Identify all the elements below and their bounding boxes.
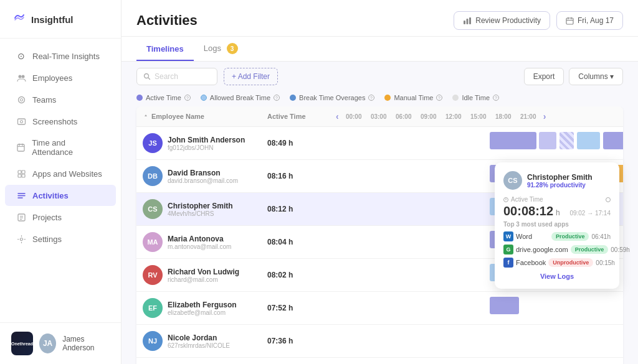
popup-time-range: 09:02 → 17:14 [569,210,611,217]
svg-text:?: ? [186,96,189,100]
active-time-rj: 07:09 h [261,358,327,365]
app-time-0: 06:41h [591,233,611,240]
facebook-app-icon: f [503,258,513,268]
review-productivity-button[interactable]: Review Productivity [454,11,550,30]
legend-dot-manual [384,95,391,101]
toolbar-left: Search + Add Filter [136,68,278,85]
app-name-2: Facebook [516,259,546,266]
legend-dot-active [136,95,143,101]
svg-point-3 [20,98,22,101]
sidebar-item-realtime[interactable]: ⊙ Real-Time Insights [5,45,116,67]
active-time-nj: 07:36 h [261,325,327,358]
sidebar-item-teams-label: Teams [32,95,56,105]
employee-info-cs: Christopher Smith 4Mevh/hs/CHRS [168,202,233,217]
svg-rect-6 [17,144,24,151]
sidebar-item-activities[interactable]: Activities [5,185,116,206]
sidebar-item-apps-label: Apps and Websites [32,169,102,179]
onethread-logo: Onethread [11,332,33,355]
th-employee: Employee Name [136,106,261,127]
timeline-wrapper-nj [330,330,621,347]
sidebar-item-settings-label: Settings [32,235,62,244]
sort-icon [143,113,149,119]
svg-rect-10 [18,170,21,174]
sidebar-item-projects-label: Projects [32,213,62,222]
timeline-wrapper-ef [330,297,621,314]
export-button[interactable]: Export [524,68,564,85]
sidebar-item-activities-label: Activities [32,191,69,200]
add-filter-button[interactable]: + Add Filter [224,68,278,85]
sidebar: Insightful ⊙ Real-Time Insights Employee… [0,0,121,364]
employee-info-ma: Maria Antonova m.antonova@mail.com [168,235,231,250]
projects-icon [16,212,26,222]
columns-button[interactable]: Columns ▾ [569,68,623,85]
sidebar-item-employees[interactable]: Employees [5,67,116,88]
clock-icon [503,197,508,202]
svg-text:?: ? [371,96,373,100]
logo-text: Insightful [31,14,74,25]
svg-text:?: ? [495,96,497,100]
timeline-rj [327,358,623,364]
popup-active-label: Active Time [503,196,611,203]
sidebar-item-screenshots[interactable]: Screenshots [5,111,116,132]
header-actions: Review Productivity Fri, Aug 17 [454,11,623,30]
legend-break: Break Time Overages ? [290,94,374,101]
employee-popup-card: CS Christopher Smith 91.28% productivity… [495,162,619,289]
main-header: Activities Review Productivity Fri, Aug … [121,0,638,37]
settings-icon [16,234,26,244]
sidebar-item-teams[interactable]: Teams [5,89,116,110]
realtime-icon: ⊙ [16,51,26,61]
employees-icon [16,73,26,83]
toolbar: Search + Add Filter Export Columns ▾ [121,62,638,91]
tab-logs[interactable]: Logs 3 [194,37,248,62]
svg-rect-23 [467,19,469,24]
info-icon5: ? [493,95,499,101]
date-button[interactable]: Fri, Aug 17 [556,11,623,30]
employee-cell-ma: MA Maria Antonova m.antonova@mail.com [136,226,261,259]
svg-point-2 [18,96,24,103]
tab-timelines[interactable]: Timelines [136,38,194,61]
bar-js-0 [490,132,536,149]
table-row: EF Elizabeth Ferguson elizabetfe@mail.co… [136,292,623,325]
time-icon [16,142,26,152]
page-title: Activities [136,12,198,29]
screenshots-icon [16,116,26,126]
popup-avatar: CS [503,171,522,190]
teams-icon [16,95,26,105]
time-label-6: 18:00 [491,113,516,120]
timeline-ef [327,292,623,319]
bar-js-2 [559,132,574,149]
th-timeline: ‹ 00:00 03:00 06:00 09:00 12:00 15:00 18… [327,106,623,127]
popup-employee-name: Christopher Smith [527,173,593,182]
sidebar-item-apps[interactable]: Apps and Websites [5,163,116,184]
prev-time-button[interactable]: ‹ [333,111,341,121]
view-logs-button[interactable]: View Logs [503,273,611,280]
next-time-button[interactable]: › [541,111,549,121]
time-label-1: 03:00 [366,113,391,120]
table-row: RJ Robert Johnson jshn02/ROBERT 07:09 h [136,358,623,365]
search-box[interactable]: Search [136,68,217,85]
employee-info-nj: Nicole Jordan 627rsklmrdas/NICOLE [168,334,230,349]
popup-header: CS Christopher Smith 91.28% productivity [503,171,611,190]
th-active-time: Active Time [261,106,327,127]
popup-name-section: Christopher Smith 91.28% productivity [527,173,593,189]
svg-point-21 [20,238,22,240]
avatar-ma: MA [143,232,163,252]
svg-text:?: ? [438,96,440,100]
legend-idle: Idle Time ? [452,94,499,101]
svg-rect-25 [566,18,573,24]
tabs-bar: Timelines Logs 3 [121,37,638,62]
legend-manual: Manual Time ? [384,94,442,101]
sidebar-item-time[interactable]: Time and Attendance [5,133,116,162]
activities-icon [16,190,26,200]
employee-cell-cs: CS Christopher Smith 4Mevh/hs/CHRS [136,193,261,226]
employee-info-ef: Elizabeth Ferguson elizabetfe@mail.com [168,301,237,316]
avatar-js: JS [143,133,163,153]
bar-ef-0 [490,297,519,314]
info-icon2: ? [274,95,280,101]
logo-icon [12,11,26,28]
employee-cell-db: DB David Branson david.branson@mail.com [136,160,261,193]
sidebar-item-projects[interactable]: Projects [5,207,116,228]
sidebar-item-settings[interactable]: Settings [5,228,116,250]
legend-allowed: Allowed Break Time ? [201,94,280,101]
svg-rect-4 [17,119,25,124]
